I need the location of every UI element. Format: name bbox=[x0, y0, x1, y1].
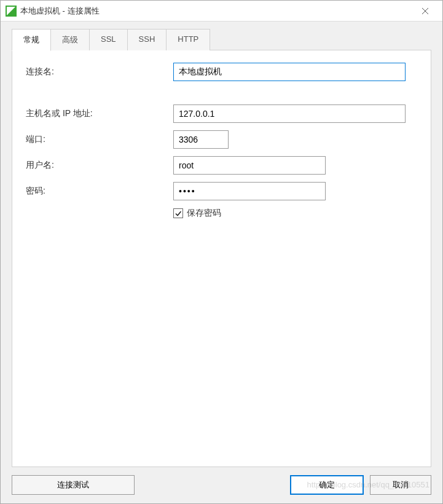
conn-name-label: 连接名: bbox=[26, 66, 173, 77]
tab-http[interactable]: HTTP bbox=[166, 29, 210, 50]
password-label: 密码: bbox=[26, 186, 173, 197]
tab-panel-general: 连接名: 主机名或 IP 地址: 端口: 用户名: 密码: bbox=[12, 50, 431, 467]
window-title: 本地虚拟机 - 连接属性 bbox=[20, 6, 413, 17]
conn-name-input[interactable] bbox=[173, 63, 406, 81]
cancel-button[interactable]: 取消 bbox=[370, 475, 431, 495]
host-input[interactable] bbox=[173, 104, 406, 123]
dialog-window: 本地虚拟机 - 连接属性 常规 高级 SSL SSH HTTP 连接名: 主机名… bbox=[0, 0, 443, 504]
spacer bbox=[141, 475, 284, 495]
tabs: 常规 高级 SSL SSH HTTP bbox=[12, 29, 431, 50]
button-bar: 连接测试 确定 取消 bbox=[1, 468, 442, 503]
row-host: 主机名或 IP 地址: bbox=[26, 104, 417, 123]
close-button[interactable] bbox=[413, 2, 437, 20]
tab-advanced[interactable]: 高级 bbox=[50, 29, 90, 50]
tab-ssh[interactable]: SSH bbox=[127, 29, 167, 50]
user-label: 用户名: bbox=[26, 160, 173, 171]
row-port: 端口: bbox=[26, 130, 417, 149]
save-password-label: 保存密码 bbox=[187, 208, 221, 219]
host-label: 主机名或 IP 地址: bbox=[26, 108, 173, 119]
row-user: 用户名: bbox=[26, 156, 417, 175]
tab-ssl[interactable]: SSL bbox=[89, 29, 128, 50]
tab-general[interactable]: 常规 bbox=[12, 29, 51, 51]
titlebar: 本地虚拟机 - 连接属性 bbox=[1, 1, 442, 22]
user-input[interactable] bbox=[173, 156, 326, 175]
row-save-password: 保存密码 bbox=[173, 208, 417, 219]
app-icon bbox=[6, 6, 17, 17]
row-conn-name: 连接名: bbox=[26, 63, 417, 81]
save-password-checkbox[interactable] bbox=[173, 208, 183, 218]
port-label: 端口: bbox=[26, 134, 173, 145]
password-input[interactable] bbox=[173, 182, 326, 200]
row-password: 密码: bbox=[26, 182, 417, 200]
port-input[interactable] bbox=[173, 130, 229, 149]
content-area: 常规 高级 SSL SSH HTTP 连接名: 主机名或 IP 地址: 端口: … bbox=[1, 22, 442, 468]
test-connection-button[interactable]: 连接测试 bbox=[12, 475, 135, 495]
ok-button[interactable]: 确定 bbox=[290, 475, 364, 495]
